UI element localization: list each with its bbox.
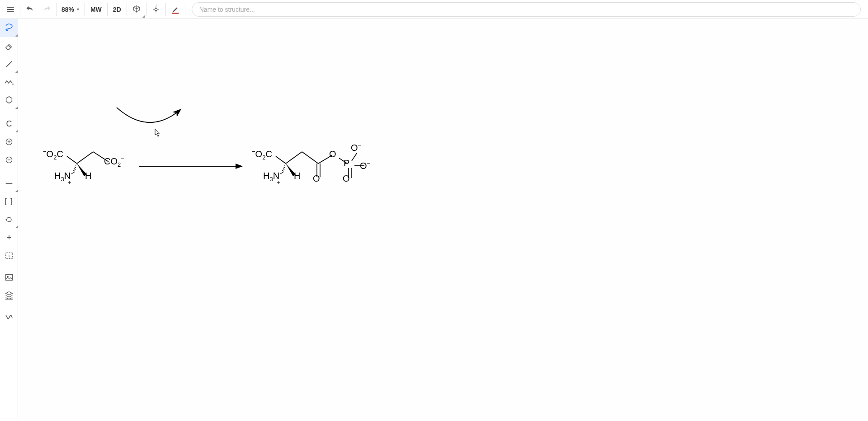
- svg-line-27: [284, 165, 285, 165]
- erase-tool[interactable]: [0, 37, 18, 55]
- label-o-dbl: O: [313, 173, 320, 184]
- zoom-value: 88%: [61, 6, 74, 13]
- undo-icon: [25, 5, 35, 14]
- lasso-icon: [4, 23, 14, 33]
- label-co2-left: CO2−: [104, 156, 124, 167]
- separator: [20, 3, 20, 16]
- svg-line-25: [352, 153, 357, 161]
- undo-button[interactable]: [21, 1, 38, 18]
- arrow-icon: [4, 178, 14, 188]
- carbon-label: C: [6, 119, 12, 129]
- stack-icon: [4, 290, 14, 300]
- svg-line-9: [67, 156, 77, 164]
- bracket-tool[interactable]: [ ]: [0, 192, 18, 210]
- chevron-down-icon: ▼: [76, 7, 80, 12]
- charge-plus-tool[interactable]: [0, 133, 18, 151]
- separator: [107, 3, 108, 16]
- svg-line-10: [77, 152, 93, 164]
- rotate-tool[interactable]: [0, 210, 18, 229]
- svg-line-14: [73, 169, 75, 171]
- redo-icon: [42, 5, 52, 14]
- squiggle-icon: [4, 312, 14, 322]
- cube-icon: [132, 5, 141, 14]
- two-d-button[interactable]: 2D: [108, 1, 126, 18]
- hexagon-icon: [4, 95, 14, 105]
- lasso-select-tool[interactable]: [0, 19, 18, 37]
- label-o-right: O−: [360, 161, 370, 171]
- plus-label: +: [7, 233, 12, 243]
- line-icon: [4, 59, 14, 69]
- drawing-canvas[interactable]: −O2C CO2− H3N + H: [18, 19, 868, 421]
- svg-line-16: [276, 156, 286, 164]
- svg-text:n: n: [12, 82, 14, 86]
- text-frame-icon: T: [4, 251, 14, 261]
- template-tool[interactable]: [0, 286, 18, 304]
- svg-text:T: T: [8, 254, 10, 258]
- bracket-label: [ ]: [5, 197, 13, 206]
- separator: [165, 3, 166, 16]
- structure-calc-icon: ?: [151, 5, 161, 14]
- separator: [57, 3, 57, 16]
- label-o-link: O: [329, 149, 336, 159]
- plus-tool[interactable]: +: [0, 229, 18, 247]
- three-d-style-button[interactable]: [128, 1, 145, 18]
- image-tool[interactable]: [0, 268, 18, 286]
- svg-line-17: [286, 152, 302, 164]
- ring-tool[interactable]: [0, 91, 18, 109]
- label-o2c-right: −O2C: [252, 149, 272, 159]
- zoom-dropdown[interactable]: 88% ▼: [58, 6, 84, 13]
- label-o2c-left: −O2C: [43, 149, 63, 159]
- left-toolbar: n C [ ] + T: [0, 19, 18, 421]
- charge-minus-tool[interactable]: [0, 151, 18, 169]
- circle-plus-icon: [5, 137, 14, 146]
- label-h3n-plus-right: +: [277, 179, 280, 186]
- chain-icon: n: [4, 77, 14, 88]
- structure-calc-button[interactable]: ?: [147, 1, 165, 18]
- eraser-icon: [4, 41, 14, 51]
- rotate-icon: [5, 215, 14, 224]
- top-toolbar: 88% ▼ MW 2D ?: [0, 0, 868, 19]
- molecular-weight-button[interactable]: MW: [86, 1, 106, 18]
- chain-tool[interactable]: n: [0, 73, 18, 91]
- text-frame-tool[interactable]: T: [0, 247, 18, 265]
- redo-button[interactable]: [38, 1, 56, 18]
- arrow-tool[interactable]: [0, 174, 18, 192]
- svg-line-30: [280, 172, 284, 174]
- name-to-structure-input[interactable]: [192, 2, 861, 17]
- menu-button[interactable]: [2, 1, 19, 18]
- label-o-top: O−: [351, 143, 361, 153]
- label-h3n-plus-left: +: [68, 179, 71, 186]
- label-o-bottom: O: [343, 173, 350, 184]
- menu-icon: [6, 5, 14, 14]
- separator: [185, 3, 185, 16]
- label-h-right: H: [294, 171, 300, 181]
- label-p: P: [344, 158, 349, 168]
- svg-text:?: ?: [156, 5, 157, 6]
- svg-line-13: [74, 167, 76, 168]
- svg-line-28: [283, 167, 285, 168]
- separator: [85, 3, 85, 16]
- svg-line-29: [282, 169, 284, 171]
- bond-tool[interactable]: [0, 55, 18, 73]
- svg-line-12: [75, 165, 76, 165]
- svg-rect-6: [6, 275, 13, 281]
- svg-point-7: [7, 276, 9, 277]
- atom-tool[interactable]: C: [0, 115, 18, 133]
- label-h-left: H: [85, 171, 91, 181]
- separator: [127, 3, 127, 16]
- separator: [146, 3, 146, 16]
- svg-line-15: [71, 172, 75, 174]
- marker-icon: [170, 5, 180, 14]
- image-icon: [4, 272, 14, 282]
- svg-line-18: [302, 152, 318, 164]
- highlight-button[interactable]: [167, 1, 184, 18]
- freehand-tool[interactable]: [0, 308, 18, 326]
- circle-minus-icon: [5, 155, 14, 164]
